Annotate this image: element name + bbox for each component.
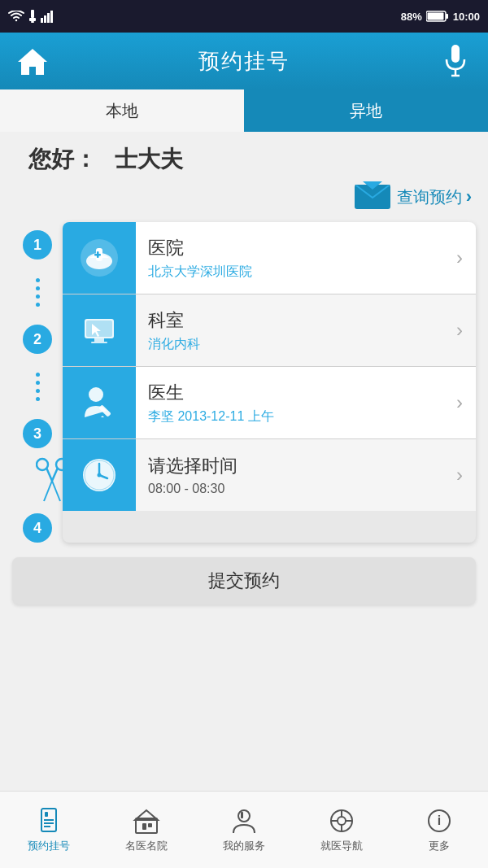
home-icon — [16, 46, 49, 76]
nav-more-label: 更多 — [429, 839, 450, 853]
step-1: 1 — [23, 230, 52, 325]
clock-icon — [78, 454, 120, 496]
svg-rect-48 — [148, 823, 152, 827]
nav-guide-icon — [328, 807, 355, 835]
svg-rect-0 — [31, 10, 34, 18]
hospital-subtitle: 北京大学深圳医院 — [148, 264, 431, 281]
svg-rect-30 — [91, 342, 107, 343]
svg-rect-8 — [446, 14, 448, 19]
svg-line-21 — [52, 481, 60, 501]
department-text: 科室 消化内科 — [136, 294, 443, 366]
svg-rect-26 — [94, 254, 101, 256]
svg-point-52 — [338, 817, 346, 825]
department-chevron: › — [456, 319, 463, 342]
wifi-icon — [8, 11, 24, 22]
usb-icon — [28, 10, 37, 23]
doctor-chevron: › — [456, 391, 463, 414]
svg-marker-34 — [101, 416, 104, 417]
department-row[interactable]: 科室 消化内科 › — [63, 294, 476, 367]
doctor-title: 医生 — [148, 381, 431, 405]
nav-register-icon — [35, 807, 63, 835]
svg-line-20 — [44, 481, 52, 501]
step-circle-1: 1 — [23, 230, 52, 260]
mic-button[interactable] — [438, 43, 473, 79]
nav-myservice-icon — [230, 807, 258, 835]
steps-column: 1 2 — [12, 222, 63, 543]
svg-rect-9 — [427, 13, 443, 20]
step-dots-2 — [36, 354, 40, 419]
envelope-icon — [355, 181, 390, 209]
mail-icon — [355, 181, 390, 212]
doctor-icon-col — [63, 367, 136, 438]
time-text: 请选择时间 08:00 - 08:30 — [136, 439, 443, 511]
nav-famous[interactable]: 名医名院 — [98, 792, 195, 868]
department-arrow: › — [443, 294, 476, 366]
query-row[interactable]: 查询预约 › — [12, 181, 476, 212]
greeting-row: 您好： 士大夫 — [12, 144, 476, 175]
step-circle-2: 2 — [23, 325, 52, 354]
main-content: 您好： 士大夫 查询预约 › 1 — [0, 132, 488, 613]
nav-guide[interactable]: 就医导航 — [293, 792, 390, 868]
bottom-nav: 预约挂号 名医名院 我的服务 就医导航 — [0, 791, 488, 868]
nav-famous-icon — [133, 807, 160, 835]
steps-and-card: 1 2 — [12, 222, 476, 543]
hospital-row[interactable]: 医院 北京大学深圳医院 › — [63, 222, 476, 294]
nav-register[interactable]: 预约挂号 — [0, 792, 98, 868]
step-4: 4 — [23, 513, 52, 543]
svg-marker-10 — [18, 49, 47, 75]
nav-more[interactable]: i 更多 — [390, 792, 488, 868]
svg-rect-47 — [142, 823, 146, 830]
hospital-text: 医院 北京大学深圳医院 — [136, 222, 443, 294]
scissors-icon — [36, 456, 68, 505]
app-header: 预约挂号 — [0, 33, 488, 89]
time-title: 请选择时间 — [148, 454, 431, 478]
status-right: 88% 10:00 — [401, 11, 480, 23]
svg-point-39 — [98, 473, 102, 478]
home-button[interactable] — [15, 43, 50, 79]
nav-register-label: 预约挂号 — [28, 839, 70, 853]
doctor-subtitle: 李坚 2013-12-11 上午 — [148, 408, 431, 425]
svg-rect-50 — [241, 812, 243, 818]
doctor-text: 医生 李坚 2013-12-11 上午 — [136, 367, 443, 438]
step-circle-4: 4 — [23, 513, 52, 543]
submit-button[interactable]: 提交预约 — [12, 557, 476, 604]
time-arrow: › — [443, 439, 476, 511]
status-left — [8, 10, 54, 23]
doctor-arrow: › — [443, 367, 476, 438]
time-display: 10:00 — [453, 11, 480, 23]
nav-myservice-label: 我的服务 — [223, 839, 265, 853]
submit-label: 提交预约 — [208, 569, 280, 593]
step-dots-1 — [36, 260, 40, 325]
query-chevron: › — [466, 186, 472, 207]
nav-myservice[interactable]: 我的服务 — [195, 792, 293, 868]
svg-rect-41 — [45, 812, 48, 817]
time-row[interactable]: 请选择时间 08:00 - 08:30 › — [63, 439, 476, 511]
svg-rect-2 — [31, 21, 34, 23]
signal-icon — [41, 10, 54, 23]
step-3: 3 — [23, 419, 52, 513]
time-chevron: › — [456, 464, 463, 486]
hospital-icon — [78, 237, 120, 279]
svg-line-18 — [46, 468, 52, 481]
svg-text:i: i — [438, 813, 441, 827]
greeting-prefix: 您好： — [28, 146, 97, 172]
greeting-name: 士大夫 — [115, 146, 183, 172]
mic-icon — [445, 45, 466, 77]
department-icon — [78, 309, 120, 351]
status-bar: 88% 10:00 — [0, 0, 488, 33]
department-title: 科室 — [148, 308, 431, 333]
tab-local[interactable]: 本地 — [0, 89, 244, 132]
doctor-row[interactable]: 医生 李坚 2013-12-11 上午 › — [63, 367, 476, 439]
hospital-title: 医院 — [148, 236, 431, 260]
tab-remote[interactable]: 异地 — [244, 89, 488, 132]
doctor-icon — [78, 382, 120, 424]
svg-rect-11 — [451, 45, 460, 63]
nav-famous-label: 名医名院 — [125, 839, 168, 853]
time-subtitle: 08:00 - 08:30 — [148, 482, 431, 496]
svg-rect-6 — [50, 11, 53, 23]
nav-more-icon: i — [425, 807, 453, 835]
query-label: 查询预约 — [397, 186, 462, 208]
svg-rect-3 — [41, 18, 43, 23]
svg-line-19 — [52, 468, 58, 481]
hospital-chevron: › — [456, 246, 463, 269]
